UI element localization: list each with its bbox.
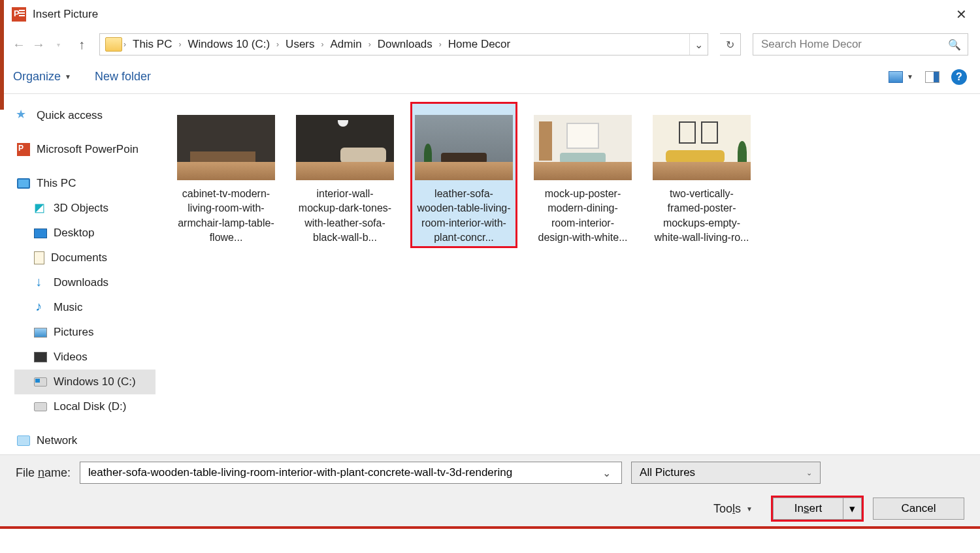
sidebar-3d-objects[interactable]: 3D Objects: [14, 196, 162, 221]
cube-icon: [34, 202, 47, 214]
nav-forward-button[interactable]: →: [31, 37, 46, 52]
star-icon: [17, 110, 30, 121]
file-name-label: File name:: [16, 466, 71, 480]
sidebar-quick-access[interactable]: Quick access: [14, 103, 162, 128]
search-box[interactable]: 🔍: [753, 33, 968, 55]
file-item[interactable]: two-vertically-framed-poster-mockups-emp…: [648, 102, 755, 248]
sidebar-desktop[interactable]: Desktop: [14, 221, 162, 245]
sidebar-drive-d[interactable]: Local Disk (D:): [14, 394, 162, 419]
address-bar[interactable]: › This PC› Windows 10 (C:)› Users› Admin…: [99, 33, 708, 55]
video-icon: [34, 352, 47, 362]
file-name-dropdown[interactable]: ⌄: [598, 467, 615, 479]
window-title: Insert Picture: [33, 8, 98, 21]
crumb-users[interactable]: Users: [280, 34, 319, 55]
sidebar-drive-c[interactable]: Windows 10 (C:): [14, 370, 155, 394]
desktop-icon: [34, 229, 47, 238]
thumbnails-icon: [889, 71, 903, 83]
download-icon: [34, 277, 47, 289]
file-item-selected[interactable]: leather-sofa-wooden-table-living-room-in…: [410, 102, 517, 248]
close-button[interactable]: ✕: [946, 1, 976, 27]
preview-pane-button[interactable]: [925, 71, 939, 83]
search-icon: 🔍: [948, 39, 961, 51]
new-folder-button[interactable]: New folder: [95, 70, 151, 84]
file-name-input[interactable]: [87, 466, 598, 480]
nav-up-button[interactable]: ↑: [74, 37, 89, 52]
file-name-field[interactable]: ⌄: [80, 462, 622, 484]
sidebar-videos[interactable]: Videos: [14, 345, 162, 370]
crumb-admin[interactable]: Admin: [325, 34, 367, 55]
crumb-home-decor[interactable]: Home Decor: [443, 34, 515, 55]
file-name-label: cabinet-tv-modern-living-room-with-armch…: [175, 187, 277, 245]
powerpoint-icon: [17, 143, 30, 156]
powerpoint-icon: [12, 7, 26, 22]
file-name-label: leather-sofa-wooden-table-living-room-in…: [413, 187, 515, 245]
crumb-drive-c[interactable]: Windows 10 (C:): [182, 34, 275, 55]
title-bar: Insert Picture ✕: [0, 0, 980, 29]
navigation-pane: Quick access Microsoft PowerPoin This PC…: [0, 94, 162, 454]
nav-back-button[interactable]: ←: [12, 37, 26, 52]
organize-button[interactable]: Organize▼: [13, 70, 71, 84]
search-input[interactable]: [760, 37, 930, 52]
annotation-underline: [0, 526, 980, 529]
file-grid: cabinet-tv-modern-living-room-with-armch…: [162, 94, 980, 454]
monitor-icon: [17, 178, 30, 189]
dialog-footer: File name: ⌄ All Pictures⌄ Tools ▼ Inser…: [0, 454, 980, 526]
address-dropdown[interactable]: ⌄: [689, 34, 708, 55]
app-accent-bar: [0, 0, 4, 110]
toolbar: Organize▼ New folder ▼ ?: [0, 60, 980, 94]
file-item[interactable]: mock-up-poster-modern-dining-room-interi…: [529, 102, 636, 248]
sidebar-documents[interactable]: Documents: [14, 245, 162, 270]
view-mode-button[interactable]: ▼: [889, 71, 913, 83]
file-type-filter[interactable]: All Pictures⌄: [631, 462, 821, 484]
insert-button[interactable]: Insert ▾: [773, 498, 862, 520]
file-item[interactable]: cabinet-tv-modern-living-room-with-armch…: [172, 102, 280, 248]
sidebar-downloads[interactable]: Downloads: [14, 270, 162, 295]
cancel-button[interactable]: Cancel: [873, 498, 964, 520]
sidebar-music[interactable]: Music: [14, 295, 162, 320]
sidebar-network[interactable]: Network: [14, 428, 162, 453]
document-icon: [34, 251, 44, 264]
drive-icon: [34, 402, 47, 411]
file-name-label: interior-wall-mockup-dark-tones-with-lea…: [294, 187, 396, 245]
sidebar-this-pc[interactable]: This PC: [14, 171, 162, 196]
help-button[interactable]: ?: [951, 69, 967, 85]
file-item[interactable]: interior-wall-mockup-dark-tones-with-lea…: [291, 102, 399, 248]
refresh-button[interactable]: ↻: [720, 33, 741, 55]
crumb-this-pc[interactable]: This PC: [127, 34, 177, 55]
sidebar-pictures[interactable]: Pictures: [14, 320, 162, 345]
crumb-downloads[interactable]: Downloads: [372, 34, 438, 55]
sidebar-powerpoint[interactable]: Microsoft PowerPoin: [14, 137, 162, 162]
tools-menu[interactable]: Tools ▼: [713, 502, 757, 516]
network-icon: [17, 435, 30, 446]
drive-icon: [34, 377, 47, 387]
folder-icon: [105, 37, 122, 52]
pictures-icon: [34, 328, 47, 338]
music-icon: [34, 302, 47, 313]
navigation-bar: ← → ▾ ↑ › This PC› Windows 10 (C:)› User…: [0, 29, 980, 60]
file-name-label: two-vertically-framed-poster-mockups-emp…: [651, 187, 753, 245]
insert-split-button[interactable]: ▾: [843, 498, 861, 519]
file-name-label: mock-up-poster-modern-dining-room-interi…: [532, 187, 634, 245]
